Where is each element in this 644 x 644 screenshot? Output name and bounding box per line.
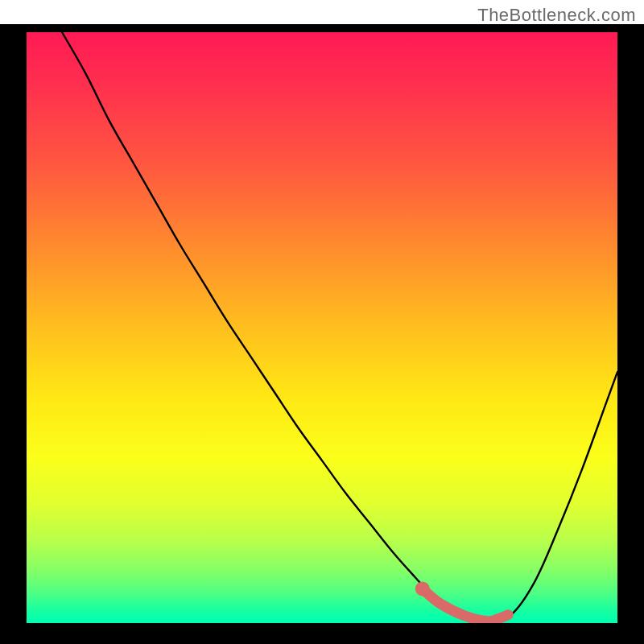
plot-area <box>27 32 617 623</box>
curve-svg <box>27 32 617 623</box>
highlight-start-dot <box>415 581 430 596</box>
chart-container: TheBottleneck.com <box>0 0 644 644</box>
bottleneck-curve-path <box>62 32 617 621</box>
plot-frame <box>0 24 644 644</box>
watermark-text: TheBottleneck.com <box>477 5 636 26</box>
optimal-range-highlight <box>423 588 508 621</box>
